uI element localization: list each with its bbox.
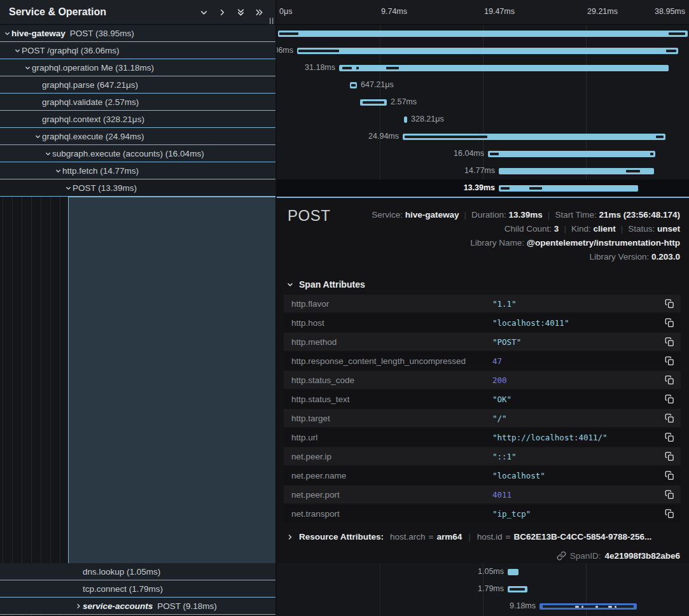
span-duration-bar[interactable] [350,82,357,88]
span-bar-row[interactable] [277,25,689,42]
timeline-tick: 9.74ms [381,7,407,16]
span-bar-row[interactable]: 13.39ms [277,179,689,197]
attribute-row: http.method"POST" [284,333,681,351]
span-tree-row[interactable]: tcp.connect (1.79ms) [0,580,275,598]
copy-icon[interactable] [665,318,674,330]
attribute-value: "POST" [492,337,521,347]
chevron-down-icon[interactable] [3,30,11,37]
child-span-stripe [650,153,653,155]
chevron-right-icon[interactable] [74,603,83,610]
span-bar-row[interactable]: 647.21μs [277,76,689,94]
span-tree-row[interactable]: service-accountsPOST (9.18ms) [0,598,275,615]
attribute-row: net.peer.port4011 [284,486,681,503]
copy-icon[interactable] [665,451,674,463]
span-duration-bar[interactable] [404,116,407,123]
span-bar-row[interactable]: 1.79ms [277,580,689,598]
span-duration-bar[interactable] [499,168,654,174]
span-operation-name: graphql.validate (2.57ms) [42,97,139,107]
attribute-value: "::1" [492,452,517,461]
span-operation-name: graphql.operation Me (31.18ms) [32,63,154,73]
child-span-stripe [626,170,640,172]
span-duration-bar[interactable] [339,65,669,71]
span-duration-bar[interactable] [278,31,688,37]
span-bar-row[interactable]: 36.06ms [277,42,689,59]
child-span-stripe [351,84,356,87]
copy-icon[interactable] [665,508,674,521]
chevron-down-icon[interactable] [199,8,209,17]
column-resize-handle[interactable]: || [269,17,274,24]
span-attributes-toggle[interactable]: Span Attributes [286,279,365,290]
span-tree-row[interactable]: graphql.validate (2.57ms) [0,94,275,111]
span-duration-label: 2.57ms [391,97,417,106]
copy-icon[interactable] [665,413,674,425]
span-bar-row[interactable]: 9.18ms [277,598,689,615]
overview-value: 21ms (23:56:48.174) [599,210,680,220]
chevron-down-icon[interactable] [33,133,42,140]
span-tree-row[interactable]: graphql.parse (647.21μs) [0,76,275,94]
copy-icon[interactable] [665,337,674,349]
span-tree-row[interactable]: subgraph.execute (accounts) (16.04ms) [0,145,275,162]
resource-attributes-row[interactable]: Resource Attributes: host.arch=arm64|hos… [286,532,651,542]
span-duration-bar[interactable] [508,586,527,592]
span-bar-row[interactable]: 24.94ms [277,128,689,145]
overview-value: 0.203.0 [651,252,680,262]
span-tree-row[interactable]: hive-gatewayPOST (38.95ms) [0,25,275,42]
span-bar-row[interactable]: 2.57ms [277,94,689,111]
copy-icon[interactable] [665,470,674,482]
span-id-label: SpanID: [570,551,601,561]
attribute-row: http.status_code200 [284,371,681,389]
copy-icon[interactable] [665,375,674,387]
span-tree-row[interactable]: http.fetch (14.77ms) [0,162,275,179]
collapse-all-icon[interactable] [236,8,246,17]
copy-icon[interactable] [665,394,674,406]
span-id-value: 4e21998f3b82abe6 [604,551,680,561]
chevron-right-icon[interactable] [218,8,227,17]
span-tree-row[interactable]: graphql.context (328.21μs) [0,111,275,128]
span-duration-bar[interactable] [499,185,638,192]
span-tree-row[interactable]: POST (13.39ms) [0,179,275,197]
resource-attributes-title: Resource Attributes: [299,532,384,542]
copy-icon[interactable] [665,489,674,501]
attribute-value: 4011 [492,490,512,500]
chevron-down-icon[interactable] [53,167,62,174]
span-duration-bar[interactable] [360,99,387,106]
link-icon[interactable] [557,551,566,561]
span-duration-label: 1.05ms [478,567,504,576]
span-bar-row[interactable]: 1.05ms [277,563,689,580]
chevron-down-icon[interactable] [43,150,52,157]
span-duration-bar[interactable] [403,134,665,140]
copy-icon[interactable] [665,298,674,311]
copy-icon[interactable] [665,432,674,444]
child-span-stripe [363,101,384,104]
chevron-down-icon[interactable] [13,47,22,54]
span-tree-row[interactable]: graphql.operation Me (31.18ms) [0,59,275,76]
span-duration-label: 1.79ms [478,584,504,593]
attribute-row: http.target"/" [284,409,681,427]
tree-header-title: Service & Operation [9,6,199,18]
span-tree-row[interactable]: POST /graphql (36.06ms) [0,42,275,59]
overview-line: Child Count: 3|Kind: client|Status: unse… [372,222,680,236]
child-span-stripe [298,50,339,52]
span-id-row: SpanID: 4e21998f3b82abe6 [557,551,680,561]
span-bar-row[interactable]: 31.18ms [277,59,689,76]
span-tree-row[interactable]: dns.lookup (1.05ms) [0,563,275,580]
span-duration-label: 31.18ms [305,63,335,72]
detail-span-title: POST [288,207,330,225]
span-bar-row[interactable]: 14.77ms [277,162,689,179]
span-operation-name: POST /graphql (36.06ms) [22,46,120,55]
chevron-down-icon[interactable] [23,64,32,71]
overview-separator: | [564,224,566,234]
expand-all-icon[interactable] [254,8,264,17]
span-duration-bar[interactable] [488,151,655,157]
span-duration-bar[interactable] [539,603,637,610]
span-operation-name: graphql.execute (24.94ms) [42,132,144,141]
span-tree-row[interactable]: graphql.execute (24.94ms) [0,128,275,145]
copy-icon[interactable] [665,356,674,368]
span-operation-name: graphql.context (328.21μs) [42,115,144,124]
span-bar-row[interactable]: 328.21μs [277,111,689,128]
span-duration-bar[interactable] [508,569,518,575]
span-bar-row[interactable]: 16.04ms [277,145,689,162]
chevron-down-icon[interactable] [64,185,73,192]
span-duration-bar[interactable] [297,48,678,54]
overview-value: hive-gateway [405,210,459,220]
